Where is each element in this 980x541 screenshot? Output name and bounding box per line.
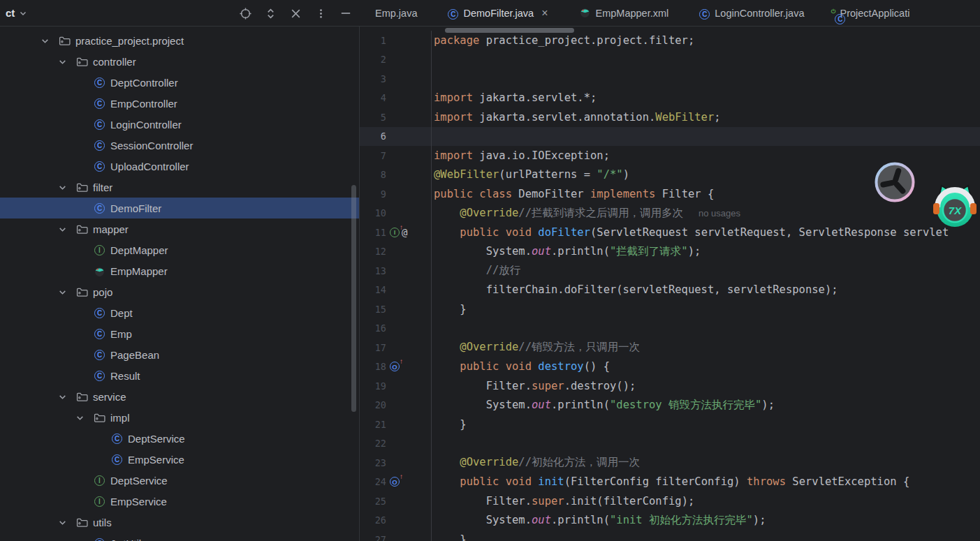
tree-item-mapper[interactable]: mapper (0, 218, 359, 239)
code-line-17[interactable]: 17 @Override//销毁方法，只调用一次 (360, 338, 980, 357)
code-text: } (432, 418, 467, 431)
code-line-12[interactable]: 12 System.out.println("拦截到了请求"); (360, 242, 980, 262)
tree-item-pagebean[interactable]: CPageBean (0, 344, 359, 365)
tree-item-controller[interactable]: controller (0, 51, 359, 72)
overrides-gutter-icon[interactable]: O (390, 362, 400, 371)
implements-gutter-icon[interactable]: I (390, 228, 400, 237)
code-text: public void destroy() { (432, 360, 610, 373)
annotation-gutter-icon[interactable]: @ (402, 227, 412, 238)
code-line-19[interactable]: 19 Filter.super.destroy(); (360, 376, 980, 396)
line-number: 1 (360, 35, 386, 46)
more-options-icon[interactable] (313, 6, 328, 21)
tree-item-impl[interactable]: impl (0, 407, 359, 428)
gutter (386, 281, 432, 300)
code-line-14[interactable]: 14 filterChain.doFilter(servletRequest, … (360, 281, 980, 300)
tab-label: Emp.java (375, 8, 417, 19)
line-number: 10 (360, 207, 386, 218)
tree-item-dept[interactable]: CDept (0, 302, 359, 323)
tree-item-utils[interactable]: utils (0, 512, 359, 533)
chevron-down-icon[interactable] (58, 288, 76, 297)
tree-item-pojo[interactable]: pojo (0, 281, 359, 302)
code-editor[interactable]: 1package practice_project.project.filter… (360, 27, 980, 541)
tree-item-practice_project.project[interactable]: practice_project.project (0, 30, 359, 51)
gutter (386, 165, 432, 185)
hide-panel-icon[interactable] (338, 6, 353, 21)
code-line-15[interactable]: 15 } (360, 299, 980, 319)
tree-item-label: Result (110, 370, 140, 382)
code-line-20[interactable]: 20 System.out.println("destroy 销毁方法执行完毕"… (360, 396, 980, 415)
tree-item-label: LoginController (110, 119, 182, 131)
chevron-down-icon[interactable] (58, 225, 76, 234)
interface-icon: I (94, 475, 105, 487)
tree-item-emp[interactable]: CEmp (0, 323, 359, 344)
code-line-22[interactable]: 22 (360, 434, 980, 454)
tab-logincontroller-java[interactable]: CLoginController.java (684, 0, 819, 27)
code-text: Filter.super.destroy(); (432, 380, 636, 392)
tree-item-label: EmpController (110, 98, 177, 110)
tree-item-label: DeptMapper (110, 244, 168, 256)
tree-item-filter[interactable]: filter (0, 177, 359, 198)
tri-blade-floating-icon[interactable] (875, 162, 915, 205)
code-line-26[interactable]: 26 System.out.println("init 初始化方法执行完毕"); (360, 511, 980, 531)
tree-item-service[interactable]: service (0, 386, 359, 407)
project-tree-scrollbar[interactable] (351, 185, 356, 412)
overrides-gutter-icon[interactable]: O (390, 477, 400, 487)
code-line-18[interactable]: 18O public void destroy() { (360, 357, 980, 377)
gutter (386, 50, 432, 70)
code-line-27[interactable]: 27 } (360, 530, 980, 541)
tab-emp-java[interactable]: Emp.java (360, 0, 432, 27)
tab-empmapper-xml[interactable]: EmpMapper.xml (564, 0, 685, 27)
tree-item-deptcontroller[interactable]: CDeptController (0, 72, 359, 93)
chevron-down-icon[interactable] (58, 392, 76, 401)
close-icon[interactable]: × (541, 8, 548, 19)
code-line-5[interactable]: 5import jakarta.servlet.annotation.WebFi… (360, 108, 980, 127)
class-icon: C (94, 161, 105, 172)
tree-item-deptservice[interactable]: IDeptService (0, 470, 359, 491)
cat-headphones-floating-icon[interactable]: 7X (933, 184, 977, 232)
code-line-3[interactable]: 3 (360, 69, 980, 89)
tree-item-label: EmpMapper (110, 265, 168, 277)
tab-demofilter-java[interactable]: CDemoFilter.java× (432, 0, 563, 27)
line-number: 15 (360, 304, 386, 315)
code-line-10[interactable]: 10 @Override//拦截到请求之后调用，调用多次no usages (360, 204, 980, 223)
tree-item-deptservice[interactable]: CDeptService (0, 428, 359, 449)
tree-item-logincontroller[interactable]: CLoginController (0, 114, 359, 135)
tab-projectapplicati[interactable]: C⏻ProjectApplicati (819, 0, 925, 27)
tree-item-label: UploadController (110, 161, 189, 172)
tree-item-empservice[interactable]: IEmpService (0, 491, 359, 512)
tree-item-empmapper[interactable]: EmpMapper (0, 260, 359, 281)
locate-opened-file-icon[interactable] (237, 6, 253, 21)
code-line-4[interactable]: 4import jakarta.servlet.*; (360, 89, 980, 108)
code-line-13[interactable]: 13 //放行 (360, 261, 980, 281)
tree-item-result[interactable]: CResult (0, 365, 359, 386)
code-line-1[interactable]: 1package practice_project.project.filter… (360, 31, 980, 50)
gutter (386, 530, 432, 541)
tree-item-uploadcontroller[interactable]: CUploadController (0, 156, 359, 177)
line-number: 22 (360, 438, 386, 449)
tree-item-demofilter[interactable]: CDemoFilter (0, 198, 359, 218)
code-line-23[interactable]: 23 @Override//初始化方法，调用一次 (360, 453, 980, 473)
chevron-down-icon[interactable] (75, 413, 94, 422)
code-line-16[interactable]: 16 (360, 319, 980, 339)
chevron-down-icon[interactable] (58, 518, 76, 527)
collapse-all-icon[interactable] (288, 6, 303, 21)
code-line-21[interactable]: 21 } (360, 415, 980, 434)
chevron-down-icon[interactable] (58, 57, 76, 66)
expand-collapse-icon[interactable] (263, 6, 278, 21)
project-selector[interactable]: ct (1, 3, 31, 24)
code-lines: 1package practice_project.project.filter… (360, 31, 980, 541)
interface-icon: I (94, 244, 105, 256)
tree-item-empcontroller[interactable]: CEmpController (0, 93, 359, 114)
code-line-6[interactable]: 6 (360, 127, 980, 147)
tree-item-empservice[interactable]: CEmpService (0, 449, 359, 470)
code-line-2[interactable]: 2 (360, 50, 980, 70)
chevron-down-icon[interactable] (41, 36, 59, 45)
code-line-24[interactable]: 24O public void init(FilterConfig filter… (360, 473, 980, 492)
tree-item-sessioncontroller[interactable]: CSessionController (0, 135, 359, 156)
code-line-25[interactable]: 25 Filter.super.init(filterConfig); (360, 491, 980, 511)
tree-item-jwtutils[interactable]: CJwtUtils (0, 533, 359, 541)
code-line-11[interactable]: 11I@ public void doFilter(ServletRequest… (360, 223, 980, 242)
chevron-down-icon[interactable] (58, 183, 76, 192)
package-icon (76, 517, 88, 528)
tree-item-deptmapper[interactable]: IDeptMapper (0, 239, 359, 260)
